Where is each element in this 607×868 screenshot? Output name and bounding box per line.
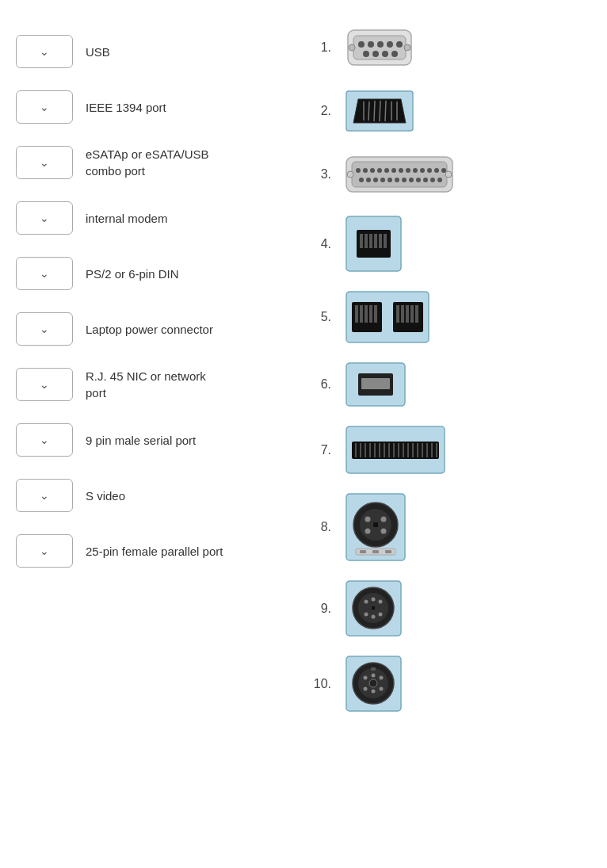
svg-point-50 [445,171,452,178]
svg-point-6 [396,41,403,48]
svg-point-34 [427,168,432,173]
svg-rect-71 [415,305,418,323]
laptop-power-dropdown[interactable]: ⌄ [16,312,73,346]
svg-point-37 [359,178,364,182]
ps2-label: PS/2 or 6-pin DIN [86,266,179,282]
list-item: ⌄ 25-pin female parallel port [16,523,277,579]
parallel25-label: 25-pin female parallel port [86,543,223,560]
esatap-dropdown[interactable]: ⌄ [16,146,73,179]
connector-item-10: 10. [309,654,591,713]
svg-point-42 [395,178,399,182]
svg-rect-64 [369,305,372,323]
svg-rect-68 [401,305,404,323]
connector-image-7 [344,424,447,476]
list-item: ⌄ PS/2 or 6-pin DIN [16,246,277,301]
svg-point-40 [380,178,385,182]
svg-point-7 [363,51,369,57]
svg-point-38 [366,178,371,182]
chevron-down-icon: ⌄ [40,545,49,557]
chevron-down-icon: ⌄ [40,378,49,391]
svg-rect-57 [379,234,382,248]
svg-rect-65 [374,305,377,323]
svg-point-126 [369,679,377,687]
item-number-2: 2. [309,104,331,118]
svg-rect-63 [365,305,368,323]
svg-point-47 [430,178,435,182]
chevron-down-icon: ⌄ [40,101,49,113]
list-item: ⌄ IEEE 1394 port [16,79,277,135]
svg-point-112 [379,600,383,604]
svg-rect-106 [385,550,391,553]
list-item: ⌄ S video [16,468,277,523]
main-layout: ⌄ USB ⌄ IEEE 1394 port ⌄ eSATAp or eSATA… [0,0,607,737]
svideo-label: S video [86,488,125,504]
modem-label: internal modem [86,210,167,227]
chevron-down-icon: ⌄ [40,434,49,446]
connector-item-5: 5. [309,289,591,345]
svg-point-32 [413,168,418,173]
svg-point-41 [387,178,392,182]
svg-point-111 [372,598,376,602]
svg-point-28 [384,168,389,173]
svg-point-43 [402,178,407,182]
right-panel: 1. [293,16,607,721]
svg-point-113 [365,613,368,617]
item-number-3: 3. [309,167,331,182]
list-item: ⌄ Laptop power connector [16,301,277,357]
svg-point-8 [372,51,379,57]
svg-rect-116 [372,606,375,610]
svg-point-46 [423,178,428,182]
svg-rect-23 [352,162,447,187]
svg-rect-61 [355,305,358,323]
parallel25-dropdown[interactable]: ⌄ [16,534,73,568]
usb-label: USB [86,44,110,60]
connector-item-3: 3. [309,151,591,198]
svg-point-24 [356,168,361,173]
svg-point-5 [387,41,393,48]
list-item: ⌄ USB [16,24,277,79]
serial9-dropdown[interactable]: ⌄ [16,423,73,457]
connector-item-6: 6. [309,361,591,408]
svg-point-39 [373,178,378,182]
svg-point-99 [381,517,387,522]
usb-dropdown[interactable]: ⌄ [16,35,73,68]
svg-line-17 [374,101,375,121]
connector-image-1 [344,24,415,71]
item-number-1: 1. [309,40,331,55]
svg-rect-1 [353,36,406,59]
item-number-5: 5. [309,310,331,324]
svg-rect-55 [369,234,372,248]
svg-point-110 [365,600,368,604]
svg-point-31 [406,168,410,173]
chevron-down-icon: ⌄ [40,323,49,335]
svg-point-25 [363,168,368,173]
chevron-down-icon: ⌄ [40,267,49,280]
item-number-7: 7. [309,443,331,457]
svg-point-122 [380,676,384,680]
left-panel: ⌄ USB ⌄ IEEE 1394 port ⌄ eSATAp or eSATA… [0,16,293,721]
svg-point-27 [377,168,382,173]
connector-image-6 [344,361,407,408]
svg-point-123 [364,687,368,691]
svg-rect-74 [361,378,390,389]
svg-point-120 [364,676,368,680]
svg-point-2 [358,41,365,48]
svg-rect-69 [406,305,409,323]
svg-rect-58 [384,234,387,248]
svg-rect-62 [360,305,363,323]
modem-dropdown[interactable]: ⌄ [16,201,73,235]
connector-image-2 [344,87,415,135]
rj45-dropdown[interactable]: ⌄ [16,368,73,401]
svg-point-26 [370,168,375,173]
svg-point-115 [379,613,383,617]
ps2-dropdown[interactable]: ⌄ [16,257,73,290]
svideo-dropdown[interactable]: ⌄ [16,479,73,512]
connector-item-8: 8. [309,491,591,563]
connector-image-3 [344,151,455,198]
connector-image-8 [344,491,407,563]
laptop-power-label: Laptop power connector [86,321,213,338]
svg-point-36 [441,168,446,173]
svg-point-98 [365,517,371,522]
ieee1394-dropdown[interactable]: ⌄ [16,90,73,124]
svg-line-16 [368,101,369,120]
